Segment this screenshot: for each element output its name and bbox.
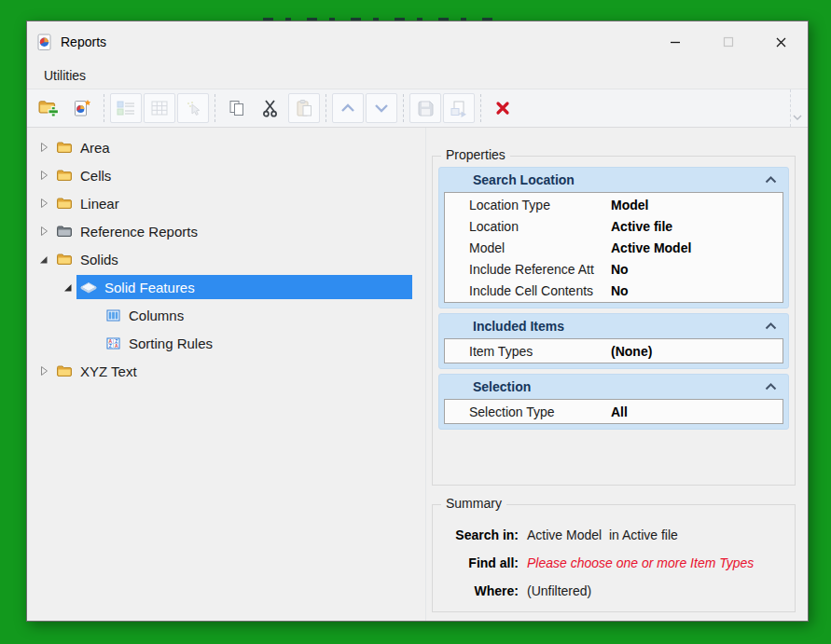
expander-collapsed-icon[interactable] bbox=[36, 198, 51, 209]
place-report-button[interactable] bbox=[177, 93, 209, 123]
property-value[interactable]: No bbox=[611, 283, 629, 298]
tree-item-sorting-rules[interactable]: AZZA Sorting Rules bbox=[27, 329, 425, 357]
export-button[interactable] bbox=[443, 93, 475, 123]
section-header[interactable]: Search Location bbox=[439, 168, 788, 192]
collapse-chevron-icon[interactable] bbox=[765, 383, 777, 391]
tree-item-label: Solids bbox=[80, 252, 118, 267]
edit-columns-button[interactable] bbox=[110, 93, 142, 123]
collapse-chevron-icon[interactable] bbox=[765, 176, 777, 184]
move-down-button[interactable] bbox=[366, 93, 397, 123]
right-panel: Properties Search Location Location Type… bbox=[426, 128, 810, 621]
summary-value: Active Model in Active file bbox=[527, 528, 678, 542]
property-value[interactable]: Model bbox=[611, 198, 648, 212]
title-bar[interactable]: Reports bbox=[27, 21, 808, 62]
folder-icon bbox=[55, 141, 74, 154]
delete-button[interactable] bbox=[487, 93, 519, 123]
expander-expanded-icon[interactable] bbox=[36, 253, 51, 265]
section-body: Location Type Model Location Active file… bbox=[444, 192, 783, 303]
close-icon bbox=[775, 36, 787, 48]
section-title: Included Items bbox=[473, 319, 765, 334]
sorting-rules-icon: AZZA bbox=[104, 337, 122, 349]
tree-item-area[interactable]: Area bbox=[27, 133, 425, 161]
tree-item-reference-reports[interactable]: Reference Reports bbox=[27, 217, 425, 245]
property-label: Item Types bbox=[469, 344, 611, 359]
toolbar-overflow-button[interactable] bbox=[790, 89, 803, 127]
columns-icon bbox=[104, 309, 122, 322]
folder-icon bbox=[55, 364, 74, 377]
summary-row-search-in: Search in: Active Model in Active file bbox=[433, 521, 795, 549]
property-value[interactable]: Active file bbox=[611, 219, 672, 234]
property-row[interactable]: Include Cell Contents No bbox=[445, 280, 783, 301]
reference-folder-icon bbox=[55, 225, 74, 238]
summary-group-label: Summary bbox=[441, 496, 506, 511]
section-header[interactable]: Included Items bbox=[439, 314, 788, 338]
section-selection: Selection Selection Type All bbox=[438, 374, 789, 430]
close-button[interactable] bbox=[755, 21, 808, 62]
maximize-icon bbox=[723, 36, 734, 48]
move-up-icon bbox=[340, 103, 355, 113]
toolbar-separator bbox=[480, 94, 481, 122]
minimize-button[interactable] bbox=[648, 21, 701, 62]
property-value[interactable]: Active Model bbox=[611, 240, 691, 255]
copy-button[interactable] bbox=[221, 93, 253, 123]
collapse-chevron-icon[interactable] bbox=[765, 322, 777, 330]
property-row[interactable]: Selection Type All bbox=[445, 401, 783, 422]
svg-text:A: A bbox=[114, 343, 118, 349]
tree-item-columns[interactable]: Columns bbox=[27, 301, 425, 329]
section-header[interactable]: Selection bbox=[439, 375, 788, 399]
save-button[interactable] bbox=[409, 93, 441, 123]
edit-columns-icon bbox=[116, 100, 136, 116]
expander-expanded-icon[interactable] bbox=[61, 281, 76, 293]
property-label: Include Cell Contents bbox=[469, 283, 611, 298]
paste-button[interactable] bbox=[288, 93, 320, 123]
app-report-icon bbox=[37, 34, 52, 51]
folder-icon bbox=[55, 169, 74, 182]
tree-item-solid-features[interactable]: Solid Features bbox=[27, 273, 425, 301]
toolbar-separator bbox=[104, 94, 104, 122]
properties-groupbox: Properties Search Location Location Type… bbox=[432, 156, 796, 486]
tree-item-label: Sorting Rules bbox=[129, 336, 213, 351]
menu-bar: Utilities bbox=[27, 62, 808, 89]
window-title: Reports bbox=[61, 34, 106, 49]
maximize-button[interactable] bbox=[701, 21, 755, 62]
tree-item-solids[interactable]: Solids bbox=[27, 245, 425, 273]
property-row[interactable]: Location Active file bbox=[445, 215, 783, 237]
menu-utilities[interactable]: Utilities bbox=[38, 65, 91, 86]
move-up-button[interactable] bbox=[332, 93, 364, 123]
property-value[interactable]: No bbox=[611, 262, 629, 277]
copy-icon bbox=[228, 99, 246, 117]
summary-value: (Unfiltered) bbox=[527, 583, 591, 598]
property-row[interactable]: Item Types (None) bbox=[445, 340, 783, 362]
toolbar-separator bbox=[215, 94, 215, 122]
expander-collapsed-icon[interactable] bbox=[36, 226, 51, 237]
property-value[interactable]: (None) bbox=[611, 344, 652, 359]
expander-collapsed-icon[interactable] bbox=[36, 142, 51, 153]
tree-item-label: Columns bbox=[129, 308, 184, 323]
tree-item-xyz-text[interactable]: XYZ Text bbox=[27, 357, 425, 385]
tree-item-label: Solid Features bbox=[104, 280, 195, 295]
cut-button[interactable] bbox=[255, 93, 286, 123]
expander-collapsed-icon[interactable] bbox=[36, 170, 51, 181]
section-title: Selection bbox=[473, 379, 765, 394]
section-body: Selection Type All bbox=[444, 399, 783, 424]
svg-text:Z: Z bbox=[108, 343, 111, 349]
grid-button[interactable] bbox=[144, 93, 175, 123]
summary-label: Find all: bbox=[433, 555, 519, 570]
report-tree: Area Cells Linear Reference Reports bbox=[27, 128, 426, 621]
tree-item-cells[interactable]: Cells bbox=[27, 161, 425, 189]
property-row[interactable]: Location Type Model bbox=[445, 194, 783, 215]
property-value[interactable]: All bbox=[611, 404, 628, 419]
property-label: Selection Type bbox=[469, 404, 611, 419]
chevron-down-icon bbox=[793, 115, 802, 120]
paste-icon bbox=[295, 99, 313, 117]
tree-item-linear[interactable]: Linear bbox=[27, 189, 425, 217]
property-row[interactable]: Include Reference Att No bbox=[445, 258, 783, 280]
summary-row-where: Where: (Unfiltered) bbox=[433, 577, 795, 605]
tree-item-label: Area bbox=[80, 140, 110, 156]
new-report-button[interactable] bbox=[66, 93, 98, 123]
expander-collapsed-icon[interactable] bbox=[36, 365, 51, 377]
property-row[interactable]: Model Active Model bbox=[445, 237, 783, 258]
tree-item-label: Cells bbox=[80, 168, 111, 184]
summary-value-error: Please choose one or more Item Types bbox=[527, 555, 754, 570]
new-category-button[interactable] bbox=[33, 93, 64, 123]
